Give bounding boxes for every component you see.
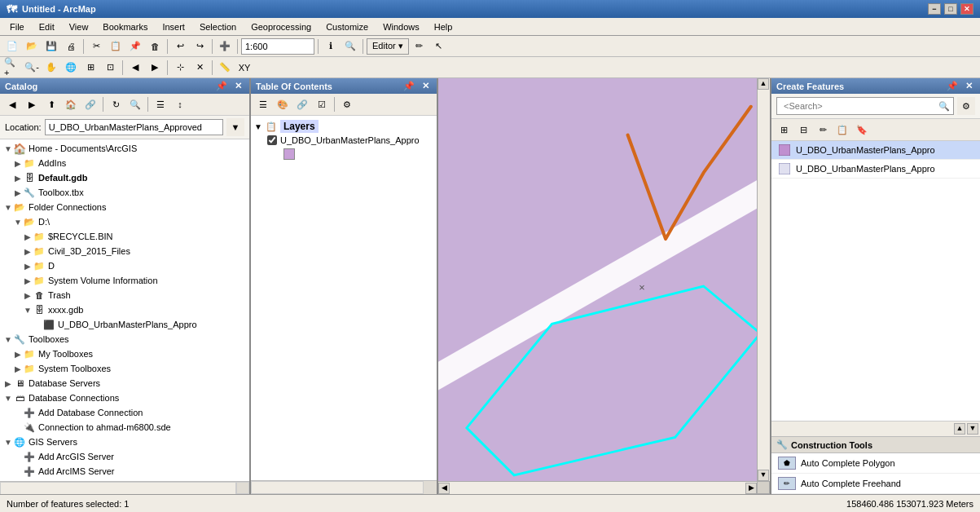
catalog-close-btn[interactable]: ✕ (232, 81, 244, 91)
tree-item-dbservers[interactable]: ▶ 🖥 Database Servers (0, 376, 249, 391)
tree-item-urbanlayer[interactable]: ⬛ U_DBO_UrbanMasterPlans_Appro (0, 317, 249, 332)
list-scroll-up[interactable]: ▲ (954, 423, 965, 435)
map-vscroll[interactable]: ▲ ▼ (757, 78, 770, 481)
tree-item-home[interactable]: ▼ 🏠 Home - Documents\ArcGIS (0, 141, 249, 156)
save-btn[interactable]: 💾 (42, 38, 60, 55)
pan-btn[interactable]: ✋ (42, 59, 60, 77)
create-close-btn[interactable]: ✕ (963, 81, 975, 91)
menu-insert[interactable]: Insert (156, 20, 191, 33)
toc-layer1-checkbox[interactable] (267, 135, 277, 145)
toc-expand-icon[interactable]: ▼ (254, 122, 262, 131)
forward-btn[interactable]: ▶ (146, 59, 164, 77)
toc-hscroll[interactable] (251, 481, 424, 494)
map-scroll-down[interactable]: ▼ (758, 470, 769, 481)
menu-file[interactable]: File (3, 20, 31, 33)
identify-btn[interactable]: ℹ (322, 38, 340, 55)
add-data-btn[interactable]: ➕ (216, 38, 234, 55)
full-extent-btn[interactable]: ⊞ (81, 59, 99, 77)
tree-item-folder-connections[interactable]: ▼ 📂 Folder Connections (0, 200, 249, 214)
tree-item-systemtoolboxes[interactable]: ▶ 📁 System Toolboxes (0, 361, 249, 376)
print-btn[interactable]: 🖨 (62, 38, 80, 55)
map-hscroll[interactable]: ◀ ▶ (438, 481, 757, 494)
tree-item-trash[interactable]: ▶ 🗑 Trash (0, 288, 249, 302)
cat-search-btn[interactable]: 🔍 (126, 95, 144, 113)
map-scroll-right[interactable]: ▶ (745, 483, 757, 494)
create-pin-btn[interactable]: 📌 (944, 81, 960, 91)
cat-forward-btn[interactable]: ▶ (23, 95, 41, 113)
redo-btn[interactable]: ↪ (191, 38, 209, 55)
cut-btn[interactable]: ✂ (87, 38, 105, 55)
create-search-input[interactable] (780, 98, 937, 114)
tree-item-recycle[interactable]: ▶ 📁 $RECYCLE.BIN (0, 229, 249, 244)
menu-help[interactable]: Help (428, 20, 459, 33)
delete-btn[interactable]: 🗑 (146, 38, 164, 55)
tree-item-dfolder[interactable]: ▶ 📁 D (0, 258, 249, 273)
restore-button[interactable]: □ (944, 3, 957, 15)
catalog-pin-btn[interactable]: 📌 (213, 81, 230, 91)
menu-bookmarks[interactable]: Bookmarks (96, 20, 154, 33)
zoom-extent-btn[interactable]: ⊡ (101, 59, 119, 77)
tree-item-addarcims[interactable]: ➕ Add ArcIMS Server (0, 464, 249, 479)
zoom-out-btn[interactable]: 🔍- (23, 59, 41, 77)
open-btn[interactable]: 📂 (23, 38, 41, 55)
xy-btn[interactable]: XY (235, 59, 253, 77)
create-tb-btn3[interactable]: ✏ (814, 121, 832, 139)
list-scroll-down[interactable]: ▼ (967, 423, 978, 435)
measure-btn[interactable]: 📏 (216, 59, 234, 77)
tree-item-toolboxes[interactable]: ▼ 🔧 Toolboxes (0, 332, 249, 346)
tree-item-xxxxgdb[interactable]: ▼ 🗄 xxxx.gdb (0, 302, 249, 317)
editor-dropdown[interactable]: Editor ▾ (367, 38, 409, 55)
location-input[interactable] (45, 119, 223, 135)
construction-item-freehand[interactable]: ✏ Auto Complete Freehand (771, 474, 980, 494)
menu-customize[interactable]: Customize (319, 20, 375, 33)
close-button[interactable]: ✕ (960, 3, 973, 15)
toc-draw-btn[interactable]: 🎨 (274, 95, 292, 113)
find-btn[interactable]: 🔍 (341, 38, 359, 55)
cat-connect-btn[interactable]: 🔗 (81, 95, 99, 113)
menu-geoprocessing[interactable]: Geoprocessing (244, 20, 318, 33)
create-item-1[interactable]: U_DBO_UrbanMasterPlans_Appro (771, 141, 980, 160)
tree-item-sysvolinfo[interactable]: ▶ 📁 System Volume Information (0, 273, 249, 288)
map-scroll-track-v[interactable] (758, 90, 770, 470)
new-btn[interactable]: 📄 (3, 38, 21, 55)
toc-source-btn[interactable]: 🔗 (293, 95, 311, 113)
tree-item-sdeconn[interactable]: 🔌 Connection to ahmad-m6800.sde (0, 420, 249, 435)
zoom-in-btn[interactable]: 🔍+ (3, 59, 21, 77)
paste-btn[interactable]: 📌 (126, 38, 144, 55)
clear-sel-btn[interactable]: ✕ (191, 59, 209, 77)
select-btn[interactable]: ⊹ (171, 59, 189, 77)
undo-btn[interactable]: ↩ (171, 38, 189, 55)
cat-up-btn[interactable]: ⬆ (42, 95, 60, 113)
toc-sel-btn[interactable]: ☑ (313, 95, 331, 113)
construction-item-polygon[interactable]: ⬟ Auto Complete Polygon (771, 453, 980, 474)
create-tb-btn1[interactable]: ⊞ (775, 121, 793, 139)
tree-item-addins[interactable]: ▶ 📁 AddIns (0, 156, 249, 170)
map-scroll-up[interactable]: ▲ (758, 78, 769, 90)
cat-home-btn[interactable]: 🏠 (62, 95, 80, 113)
create-tb-btn5[interactable]: 🔖 (853, 121, 871, 139)
tree-toggle-home[interactable]: ▼ (3, 144, 13, 153)
toc-list-btn[interactable]: ☰ (254, 95, 272, 113)
minimize-button[interactable]: − (928, 3, 941, 15)
create-item-2[interactable]: U_DBO_UrbanMasterPlans_Appro (771, 160, 980, 179)
cat-view-btn[interactable]: ☰ (152, 95, 169, 113)
tree-item-d[interactable]: ▼ 📂 D:\ (0, 214, 249, 229)
tree-item-defaultgdb[interactable]: ▶ 🗄 Default.gdb (0, 170, 249, 185)
create-tb-btn2[interactable]: ⊟ (794, 121, 812, 139)
catalog-hscroll[interactable] (0, 482, 236, 494)
toc-pin-btn[interactable]: 📌 (401, 81, 417, 91)
create-tb-btn4[interactable]: 📋 (833, 121, 851, 139)
tree-item-toolbox[interactable]: ▶ 🔧 Toolbox.tbx (0, 185, 249, 200)
menu-windows[interactable]: Windows (376, 20, 426, 33)
cat-back-btn[interactable]: ◀ (3, 95, 21, 113)
toc-close-btn[interactable]: ✕ (420, 81, 432, 91)
globe-btn[interactable]: 🌐 (62, 59, 80, 77)
scale-input[interactable] (241, 38, 314, 55)
menu-view[interactable]: View (63, 20, 95, 33)
menu-edit[interactable]: Edit (33, 20, 61, 33)
toc-options-btn[interactable]: ⚙ (338, 95, 356, 113)
create-options-btn[interactable]: ⚙ (957, 97, 975, 115)
tree-item-dbconns[interactable]: ▼ 🗃 Database Connections (0, 391, 249, 405)
map-area[interactable]: × ▲ ▼ ◀ ▶ (438, 78, 770, 494)
back-btn[interactable]: ◀ (126, 59, 144, 77)
